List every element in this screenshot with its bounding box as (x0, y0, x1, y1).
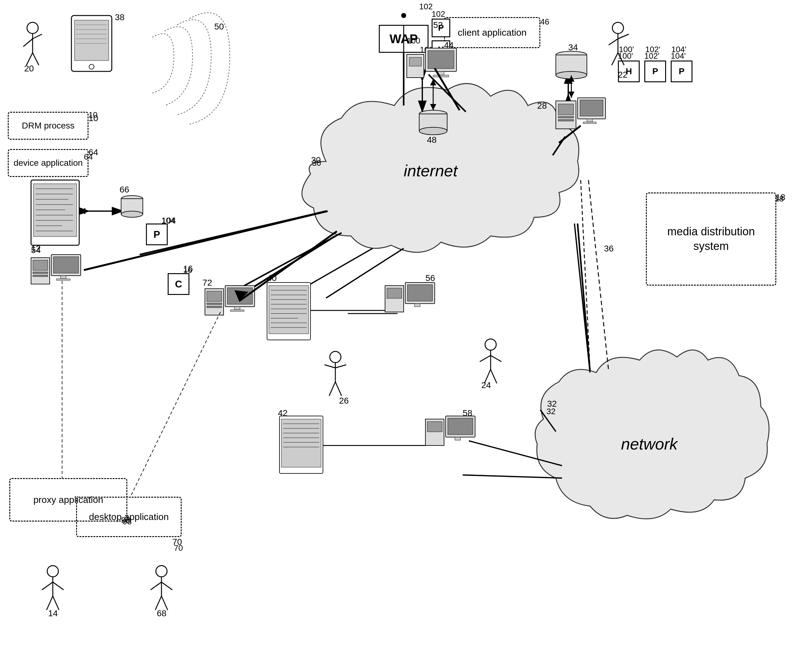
storage-48 (419, 110, 447, 135)
h-box-right: H (618, 60, 640, 82)
svg-marker-103 (79, 208, 86, 214)
svg-rect-74 (556, 55, 587, 75)
svg-rect-78 (558, 116, 574, 118)
c-box: C (168, 273, 189, 295)
svg-marker-159 (234, 290, 248, 301)
svg-line-32 (335, 365, 346, 368)
svg-text:42: 42 (278, 408, 288, 418)
computer-28 (556, 98, 605, 129)
desktop-application-box: desktop application (76, 497, 182, 537)
svg-line-51 (485, 370, 491, 383)
svg-point-98 (121, 195, 143, 202)
ref-100p: 100' (618, 51, 633, 61)
computer-40 (267, 282, 310, 340)
svg-rect-110 (60, 276, 66, 279)
svg-text:20: 20 (24, 63, 34, 73)
svg-rect-65 (438, 71, 444, 75)
client-application-label: client application (458, 27, 527, 38)
svg-point-73 (556, 51, 587, 59)
svg-line-157 (84, 211, 327, 270)
client-application-box: client application (444, 17, 540, 48)
drm-process-label: DRM process (22, 121, 75, 131)
network-label: network (621, 435, 677, 453)
svg-point-100 (121, 211, 143, 217)
cylinder-66 (121, 195, 143, 217)
components-svg: 38 20 22 50 52 44 48 34 28 36 10 64 12 6… (0, 0, 812, 660)
svg-line-1 (429, 75, 466, 112)
ref-104p: 104' (671, 51, 686, 61)
ref-46: 46 (540, 17, 549, 27)
stick-figure-20 (23, 22, 42, 65)
stick-figure-24 (480, 339, 502, 383)
svg-line-154 (435, 68, 459, 110)
diagram-svg (0, 0, 812, 660)
svg-rect-109 (53, 257, 79, 273)
svg-line-31 (324, 365, 335, 368)
device-12 (31, 180, 79, 245)
svg-point-67 (419, 110, 447, 117)
svg-rect-134 (407, 285, 432, 301)
svg-rect-68 (419, 114, 447, 131)
svg-line-43 (151, 582, 162, 590)
svg-text:38: 38 (115, 13, 124, 22)
device-application-box: device application (8, 149, 89, 177)
svg-point-162 (401, 13, 406, 18)
svg-rect-112 (205, 289, 224, 315)
svg-marker-85 (568, 75, 574, 82)
svg-rect-118 (234, 307, 240, 310)
computer-72 (205, 286, 254, 315)
tablet-38 (72, 16, 112, 71)
svg-line-164 (463, 475, 562, 478)
svg-rect-138 (281, 419, 321, 467)
diagram: internet 30 WAP 52 client application 46… (0, 0, 812, 660)
svg-rect-116 (225, 286, 254, 307)
computer-42 (280, 416, 323, 473)
svg-line-163 (588, 180, 609, 371)
p-box-top: P (432, 19, 450, 37)
svg-text:72: 72 (202, 278, 212, 287)
stick-figure-26 (324, 351, 346, 396)
svg-rect-132 (387, 288, 402, 298)
svg-point-35 (47, 566, 58, 577)
svg-line-155 (559, 126, 581, 143)
svg-rect-120 (267, 282, 310, 340)
svg-rect-146 (427, 422, 442, 432)
svg-text:54: 54 (31, 245, 41, 255)
svg-rect-113 (207, 291, 222, 301)
svg-rect-88 (33, 184, 77, 236)
svg-text:36: 36 (604, 244, 613, 253)
svg-line-158 (239, 231, 337, 301)
svg-rect-137 (280, 416, 323, 473)
svg-line-27 (612, 53, 618, 65)
svg-rect-115 (207, 306, 222, 308)
computer-54 (31, 255, 81, 284)
svg-line-37 (42, 582, 53, 590)
ref-18: 18 (775, 194, 784, 204)
drm-process-box: DRM process (8, 112, 89, 140)
svg-line-50 (491, 355, 502, 362)
svg-point-47 (485, 339, 496, 350)
svg-line-2 (553, 136, 565, 155)
svg-line-11 (581, 180, 590, 370)
computer-56 (385, 282, 435, 312)
svg-point-69 (419, 127, 447, 135)
svg-line-49 (480, 355, 491, 362)
svg-line-52 (491, 370, 497, 383)
desktop-application-label: desktop application (89, 512, 169, 522)
ref-70: 70 (174, 543, 183, 553)
svg-line-25 (609, 39, 618, 45)
svg-text:68: 68 (157, 608, 167, 618)
svg-text:12: 12 (31, 244, 41, 253)
ref-104: 104 (162, 216, 175, 225)
svg-rect-121 (269, 286, 309, 334)
ref-30: 30 (312, 158, 321, 168)
svg-point-41 (156, 566, 167, 577)
svg-rect-149 (455, 437, 461, 440)
svg-rect-135 (415, 304, 420, 307)
ref-100: 100 (420, 45, 433, 55)
svg-text:34: 34 (568, 43, 578, 52)
p-box-left: P (146, 224, 168, 245)
svg-text:28: 28 (537, 101, 547, 111)
svg-rect-79 (558, 119, 574, 121)
svg-line-39 (46, 596, 53, 610)
